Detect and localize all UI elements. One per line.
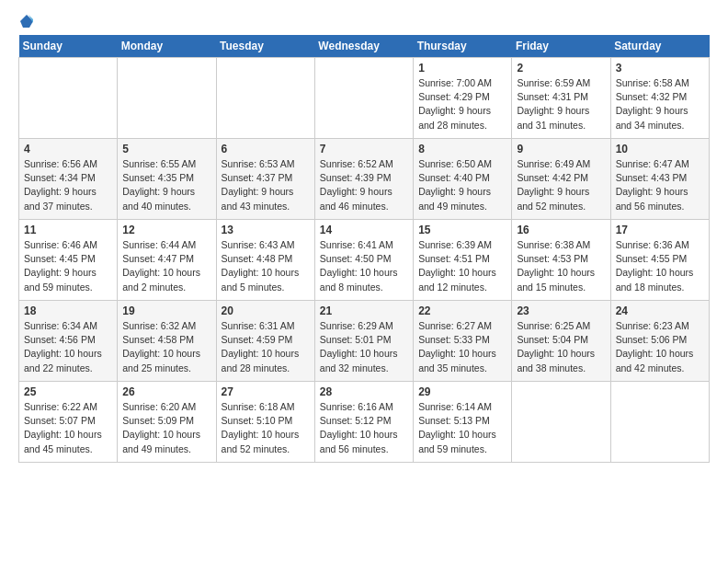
day-info: Sunrise: 6:32 AMSunset: 4:58 PMDaylight:…	[122, 319, 210, 375]
calendar-cell: 14Sunrise: 6:41 AMSunset: 4:50 PMDayligh…	[314, 220, 413, 301]
day-info: Sunrise: 6:20 AMSunset: 5:09 PMDaylight:…	[122, 400, 210, 456]
weekday-header-sunday: Sunday	[19, 35, 118, 58]
day-number: 9	[517, 143, 605, 155]
logo	[18, 15, 33, 28]
calendar-table: SundayMondayTuesdayWednesdayThursdayFrid…	[18, 35, 710, 463]
day-number: 10	[616, 143, 704, 155]
day-info: Sunrise: 6:29 AMSunset: 5:01 PMDaylight:…	[320, 319, 408, 375]
calendar-cell: 19Sunrise: 6:32 AMSunset: 4:58 PMDayligh…	[118, 301, 216, 382]
day-number: 7	[320, 143, 408, 155]
calendar-cell: 29Sunrise: 6:14 AMSunset: 5:13 PMDayligh…	[414, 382, 512, 463]
calendar-cell: 7Sunrise: 6:52 AMSunset: 4:39 PMDaylight…	[314, 139, 413, 220]
day-info: Sunrise: 6:36 AMSunset: 4:55 PMDaylight:…	[616, 238, 704, 294]
day-number: 13	[222, 224, 310, 236]
calendar-cell: 8Sunrise: 6:50 AMSunset: 4:40 PMDaylight…	[414, 139, 512, 220]
calendar-cell: 4Sunrise: 6:56 AMSunset: 4:34 PMDaylight…	[19, 139, 118, 220]
calendar-cell: 21Sunrise: 6:29 AMSunset: 5:01 PMDayligh…	[314, 301, 413, 382]
day-info: Sunrise: 6:49 AMSunset: 4:42 PMDaylight:…	[517, 157, 605, 213]
day-info: Sunrise: 6:25 AMSunset: 5:04 PMDaylight:…	[517, 319, 605, 375]
calendar-cell: 11Sunrise: 6:46 AMSunset: 4:45 PMDayligh…	[19, 220, 118, 301]
day-number: 5	[122, 143, 210, 155]
day-info: Sunrise: 6:22 AMSunset: 5:07 PMDaylight:…	[24, 400, 112, 456]
calendar-cell: 5Sunrise: 6:55 AMSunset: 4:35 PMDaylight…	[118, 139, 216, 220]
day-number: 20	[222, 304, 310, 317]
calendar-cell: 12Sunrise: 6:44 AMSunset: 4:47 PMDayligh…	[118, 220, 216, 301]
day-number: 28	[320, 385, 408, 398]
day-number: 4	[24, 143, 112, 155]
calendar-cell: 22Sunrise: 6:27 AMSunset: 5:33 PMDayligh…	[414, 301, 512, 382]
calendar-cell: 26Sunrise: 6:20 AMSunset: 5:09 PMDayligh…	[118, 382, 216, 463]
weekday-header-thursday: Thursday	[414, 35, 512, 58]
calendar-cell	[512, 382, 610, 463]
day-number: 14	[320, 224, 408, 236]
calendar-cell	[19, 58, 118, 139]
calendar-cell	[314, 58, 413, 139]
calendar-cell: 28Sunrise: 6:16 AMSunset: 5:12 PMDayligh…	[314, 382, 413, 463]
calendar-cell: 3Sunrise: 6:58 AMSunset: 4:32 PMDaylight…	[610, 58, 709, 139]
day-number: 15	[418, 224, 506, 236]
calendar-cell: 1Sunrise: 7:00 AMSunset: 4:29 PMDaylight…	[414, 58, 512, 139]
day-number: 27	[222, 385, 310, 398]
day-number: 16	[517, 224, 605, 236]
day-info: Sunrise: 6:56 AMSunset: 4:34 PMDaylight:…	[24, 157, 112, 213]
day-info: Sunrise: 6:39 AMSunset: 4:51 PMDaylight:…	[418, 238, 506, 294]
day-info: Sunrise: 6:38 AMSunset: 4:53 PMDaylight:…	[517, 238, 605, 294]
day-number: 1	[418, 62, 506, 75]
day-info: Sunrise: 6:59 AMSunset: 4:31 PMDaylight:…	[517, 76, 605, 132]
calendar-cell: 6Sunrise: 6:53 AMSunset: 4:37 PMDaylight…	[216, 139, 314, 220]
day-info: Sunrise: 6:27 AMSunset: 5:33 PMDaylight:…	[418, 319, 506, 375]
day-number: 6	[222, 143, 310, 155]
calendar-cell	[216, 58, 314, 139]
weekday-header-wednesday: Wednesday	[314, 35, 413, 58]
day-number: 3	[616, 62, 704, 75]
day-number: 19	[122, 304, 210, 317]
day-number: 29	[418, 385, 506, 398]
day-info: Sunrise: 6:34 AMSunset: 4:56 PMDaylight:…	[24, 319, 112, 375]
calendar-cell: 13Sunrise: 6:43 AMSunset: 4:48 PMDayligh…	[216, 220, 314, 301]
calendar-cell: 23Sunrise: 6:25 AMSunset: 5:04 PMDayligh…	[512, 301, 610, 382]
calendar-cell: 15Sunrise: 6:39 AMSunset: 4:51 PMDayligh…	[414, 220, 512, 301]
calendar-cell: 2Sunrise: 6:59 AMSunset: 4:31 PMDaylight…	[512, 58, 610, 139]
weekday-header-monday: Monday	[118, 35, 216, 58]
day-number: 24	[616, 304, 704, 317]
calendar-cell: 9Sunrise: 6:49 AMSunset: 4:42 PMDaylight…	[512, 139, 610, 220]
page-header	[18, 15, 710, 28]
calendar-week-row: 18Sunrise: 6:34 AMSunset: 4:56 PMDayligh…	[19, 301, 710, 382]
day-info: Sunrise: 6:47 AMSunset: 4:43 PMDaylight:…	[616, 157, 704, 213]
day-number: 18	[24, 304, 112, 317]
day-number: 8	[418, 143, 506, 155]
day-info: Sunrise: 6:55 AMSunset: 4:35 PMDaylight:…	[122, 157, 210, 213]
day-number: 21	[320, 304, 408, 317]
day-info: Sunrise: 6:58 AMSunset: 4:32 PMDaylight:…	[616, 76, 704, 132]
day-info: Sunrise: 6:46 AMSunset: 4:45 PMDaylight:…	[24, 238, 112, 294]
weekday-header-saturday: Saturday	[610, 35, 709, 58]
day-number: 23	[517, 304, 605, 317]
day-number: 25	[24, 385, 112, 398]
calendar-cell: 24Sunrise: 6:23 AMSunset: 5:06 PMDayligh…	[610, 301, 709, 382]
day-info: Sunrise: 6:41 AMSunset: 4:50 PMDaylight:…	[320, 238, 408, 294]
day-number: 26	[122, 385, 210, 398]
day-number: 22	[418, 304, 506, 317]
day-info: Sunrise: 6:43 AMSunset: 4:48 PMDaylight:…	[222, 238, 310, 294]
calendar-week-row: 4Sunrise: 6:56 AMSunset: 4:34 PMDaylight…	[19, 139, 710, 220]
day-info: Sunrise: 6:16 AMSunset: 5:12 PMDaylight:…	[320, 400, 408, 456]
calendar-cell: 27Sunrise: 6:18 AMSunset: 5:10 PMDayligh…	[216, 382, 314, 463]
weekday-header-friday: Friday	[512, 35, 610, 58]
day-info: Sunrise: 6:50 AMSunset: 4:40 PMDaylight:…	[418, 157, 506, 213]
calendar-cell: 10Sunrise: 6:47 AMSunset: 4:43 PMDayligh…	[610, 139, 709, 220]
calendar-cell: 25Sunrise: 6:22 AMSunset: 5:07 PMDayligh…	[19, 382, 118, 463]
day-info: Sunrise: 6:23 AMSunset: 5:06 PMDaylight:…	[616, 319, 704, 375]
day-number: 12	[122, 224, 210, 236]
calendar-cell	[610, 382, 709, 463]
day-info: Sunrise: 6:52 AMSunset: 4:39 PMDaylight:…	[320, 157, 408, 213]
svg-marker-0	[20, 15, 33, 28]
calendar-cell: 16Sunrise: 6:38 AMSunset: 4:53 PMDayligh…	[512, 220, 610, 301]
calendar-cell: 18Sunrise: 6:34 AMSunset: 4:56 PMDayligh…	[19, 301, 118, 382]
day-info: Sunrise: 6:14 AMSunset: 5:13 PMDaylight:…	[418, 400, 506, 456]
weekday-header-row: SundayMondayTuesdayWednesdayThursdayFrid…	[19, 35, 710, 58]
day-number: 2	[517, 62, 605, 75]
calendar-cell: 20Sunrise: 6:31 AMSunset: 4:59 PMDayligh…	[216, 301, 314, 382]
day-number: 17	[616, 224, 704, 236]
calendar-cell	[118, 58, 216, 139]
calendar-week-row: 1Sunrise: 7:00 AMSunset: 4:29 PMDaylight…	[19, 58, 710, 139]
